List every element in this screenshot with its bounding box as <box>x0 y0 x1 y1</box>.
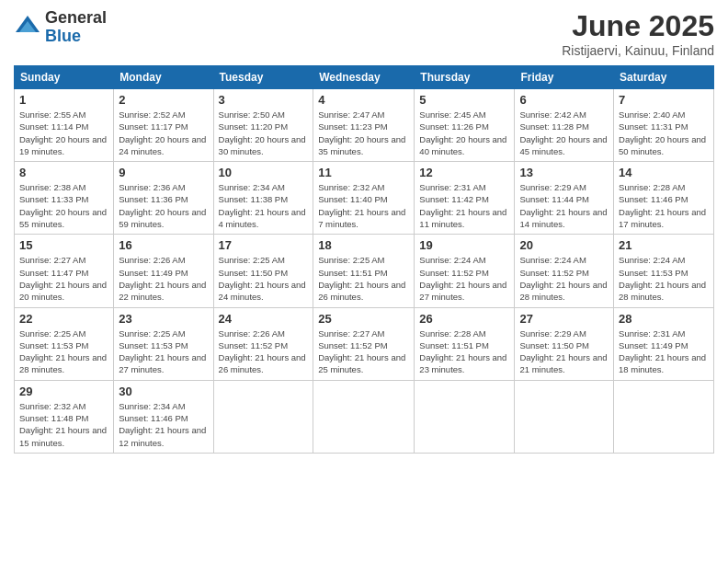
calendar-cell: 7Sunrise: 2:40 AM Sunset: 11:31 PM Dayli… <box>614 89 714 162</box>
day-detail: Sunrise: 2:31 AM Sunset: 11:42 PM Daylig… <box>419 181 509 230</box>
calendar-cell: 24Sunrise: 2:26 AM Sunset: 11:52 PM Dayl… <box>213 307 313 380</box>
calendar-cell: 15Sunrise: 2:27 AM Sunset: 11:47 PM Dayl… <box>15 235 114 307</box>
day-detail: Sunrise: 2:50 AM Sunset: 11:20 PM Daylig… <box>219 109 309 157</box>
day-number: 28 <box>619 312 709 326</box>
subtitle: Ristijaervi, Kainuu, Finland <box>562 43 714 58</box>
day-number: 13 <box>519 166 609 179</box>
calendar-cell: 22Sunrise: 2:25 AM Sunset: 11:53 PM Dayl… <box>15 307 114 380</box>
day-number: 23 <box>119 312 208 326</box>
day-detail: Sunrise: 2:25 AM Sunset: 11:53 PM Daylig… <box>119 327 208 376</box>
calendar-week-3: 15Sunrise: 2:27 AM Sunset: 11:47 PM Dayl… <box>15 235 714 307</box>
day-number: 4 <box>318 93 409 107</box>
day-number: 12 <box>419 166 509 179</box>
page: General Blue June 2025 Ristijaervi, Kain… <box>0 0 728 563</box>
calendar-cell: 28Sunrise: 2:31 AM Sunset: 11:49 PM Dayl… <box>614 307 714 380</box>
day-number: 22 <box>19 312 108 326</box>
day-number: 21 <box>619 238 709 252</box>
calendar-cell: 3Sunrise: 2:50 AM Sunset: 11:20 PM Dayli… <box>213 89 313 162</box>
calendar-cell: 21Sunrise: 2:24 AM Sunset: 11:53 PM Dayl… <box>614 235 714 307</box>
calendar-cell: 29Sunrise: 2:32 AM Sunset: 11:48 PM Dayl… <box>15 380 114 453</box>
calendar-header-sunday: Sunday <box>15 66 114 89</box>
day-detail: Sunrise: 2:32 AM Sunset: 11:48 PM Daylig… <box>19 400 108 449</box>
day-number: 27 <box>519 312 609 326</box>
day-detail: Sunrise: 2:40 AM Sunset: 11:31 PM Daylig… <box>619 109 709 157</box>
header: General Blue June 2025 Ristijaervi, Kain… <box>14 9 714 58</box>
calendar-header-friday: Friday <box>515 66 614 89</box>
logo-text: General Blue <box>45 9 107 46</box>
calendar-header-thursday: Thursday <box>415 66 515 89</box>
day-detail: Sunrise: 2:29 AM Sunset: 11:50 PM Daylig… <box>519 327 609 376</box>
calendar-cell: 6Sunrise: 2:42 AM Sunset: 11:28 PM Dayli… <box>515 89 614 162</box>
day-detail: Sunrise: 2:26 AM Sunset: 11:52 PM Daylig… <box>219 327 309 376</box>
day-number: 16 <box>119 238 208 252</box>
logo-icon <box>14 14 41 41</box>
day-detail: Sunrise: 2:32 AM Sunset: 11:40 PM Daylig… <box>318 181 409 230</box>
day-detail: Sunrise: 2:26 AM Sunset: 11:49 PM Daylig… <box>119 254 208 303</box>
calendar-cell: 27Sunrise: 2:29 AM Sunset: 11:50 PM Dayl… <box>515 307 614 380</box>
title-block: June 2025 Ristijaervi, Kainuu, Finland <box>562 9 714 58</box>
day-detail: Sunrise: 2:38 AM Sunset: 11:33 PM Daylig… <box>19 181 108 230</box>
day-number: 3 <box>219 93 309 107</box>
calendar-cell: 18Sunrise: 2:25 AM Sunset: 11:51 PM Dayl… <box>313 235 415 307</box>
calendar-header-row: SundayMondayTuesdayWednesdayThursdayFrid… <box>15 66 714 89</box>
day-detail: Sunrise: 2:45 AM Sunset: 11:26 PM Daylig… <box>419 109 509 157</box>
day-detail: Sunrise: 2:52 AM Sunset: 11:17 PM Daylig… <box>119 109 208 157</box>
calendar-cell: 2Sunrise: 2:52 AM Sunset: 11:17 PM Dayli… <box>114 89 213 162</box>
calendar-cell: 10Sunrise: 2:34 AM Sunset: 11:38 PM Dayl… <box>213 162 313 235</box>
calendar-cell: 23Sunrise: 2:25 AM Sunset: 11:53 PM Dayl… <box>114 307 213 380</box>
day-detail: Sunrise: 2:25 AM Sunset: 11:51 PM Daylig… <box>318 254 409 303</box>
calendar-header-tuesday: Tuesday <box>213 66 313 89</box>
calendar-cell: 16Sunrise: 2:26 AM Sunset: 11:49 PM Dayl… <box>114 235 213 307</box>
day-detail: Sunrise: 2:24 AM Sunset: 11:53 PM Daylig… <box>619 254 709 303</box>
main-title: June 2025 <box>562 9 714 43</box>
day-detail: Sunrise: 2:27 AM Sunset: 11:47 PM Daylig… <box>19 254 108 303</box>
day-number: 6 <box>519 93 609 107</box>
logo: General Blue <box>14 9 107 46</box>
calendar-cell <box>415 380 515 453</box>
calendar-week-2: 8Sunrise: 2:38 AM Sunset: 11:33 PM Dayli… <box>15 162 714 235</box>
day-detail: Sunrise: 2:28 AM Sunset: 11:46 PM Daylig… <box>619 181 709 230</box>
day-number: 24 <box>219 312 309 326</box>
day-detail: Sunrise: 2:34 AM Sunset: 11:38 PM Daylig… <box>219 181 309 230</box>
day-number: 26 <box>419 312 509 326</box>
day-detail: Sunrise: 2:31 AM Sunset: 11:49 PM Daylig… <box>619 327 709 376</box>
day-detail: Sunrise: 2:34 AM Sunset: 11:46 PM Daylig… <box>119 400 208 449</box>
day-number: 29 <box>19 385 108 398</box>
calendar-header-monday: Monday <box>114 66 213 89</box>
day-number: 10 <box>219 166 309 179</box>
calendar-cell: 30Sunrise: 2:34 AM Sunset: 11:46 PM Dayl… <box>114 380 213 453</box>
day-number: 19 <box>419 238 509 252</box>
day-detail: Sunrise: 2:29 AM Sunset: 11:44 PM Daylig… <box>519 181 609 230</box>
day-number: 5 <box>419 93 509 107</box>
day-number: 8 <box>19 166 108 179</box>
day-number: 15 <box>19 238 108 252</box>
calendar-cell: 5Sunrise: 2:45 AM Sunset: 11:26 PM Dayli… <box>415 89 515 162</box>
calendar-week-1: 1Sunrise: 2:55 AM Sunset: 11:14 PM Dayli… <box>15 89 714 162</box>
day-number: 30 <box>119 385 208 398</box>
day-detail: Sunrise: 2:24 AM Sunset: 11:52 PM Daylig… <box>519 254 609 303</box>
calendar-cell: 9Sunrise: 2:36 AM Sunset: 11:36 PM Dayli… <box>114 162 213 235</box>
day-number: 9 <box>119 166 208 179</box>
calendar-cell: 11Sunrise: 2:32 AM Sunset: 11:40 PM Dayl… <box>313 162 415 235</box>
day-number: 14 <box>619 166 709 179</box>
day-detail: Sunrise: 2:24 AM Sunset: 11:52 PM Daylig… <box>419 254 509 303</box>
logo-blue-text: Blue <box>45 28 107 46</box>
day-detail: Sunrise: 2:47 AM Sunset: 11:23 PM Daylig… <box>318 109 409 157</box>
logo-general-text: General <box>45 9 107 28</box>
day-number: 18 <box>318 238 409 252</box>
calendar-header-wednesday: Wednesday <box>313 66 415 89</box>
day-detail: Sunrise: 2:55 AM Sunset: 11:14 PM Daylig… <box>19 109 108 157</box>
day-number: 17 <box>219 238 309 252</box>
day-detail: Sunrise: 2:42 AM Sunset: 11:28 PM Daylig… <box>519 109 609 157</box>
calendar-cell <box>614 380 714 453</box>
calendar-week-4: 22Sunrise: 2:25 AM Sunset: 11:53 PM Dayl… <box>15 307 714 380</box>
calendar-cell: 8Sunrise: 2:38 AM Sunset: 11:33 PM Dayli… <box>15 162 114 235</box>
calendar-cell: 12Sunrise: 2:31 AM Sunset: 11:42 PM Dayl… <box>415 162 515 235</box>
day-number: 11 <box>318 166 409 179</box>
day-number: 25 <box>318 312 409 326</box>
calendar-cell: 1Sunrise: 2:55 AM Sunset: 11:14 PM Dayli… <box>15 89 114 162</box>
day-detail: Sunrise: 2:25 AM Sunset: 11:53 PM Daylig… <box>19 327 108 376</box>
day-number: 2 <box>119 93 208 107</box>
day-detail: Sunrise: 2:27 AM Sunset: 11:52 PM Daylig… <box>318 327 409 376</box>
calendar-cell: 17Sunrise: 2:25 AM Sunset: 11:50 PM Dayl… <box>213 235 313 307</box>
